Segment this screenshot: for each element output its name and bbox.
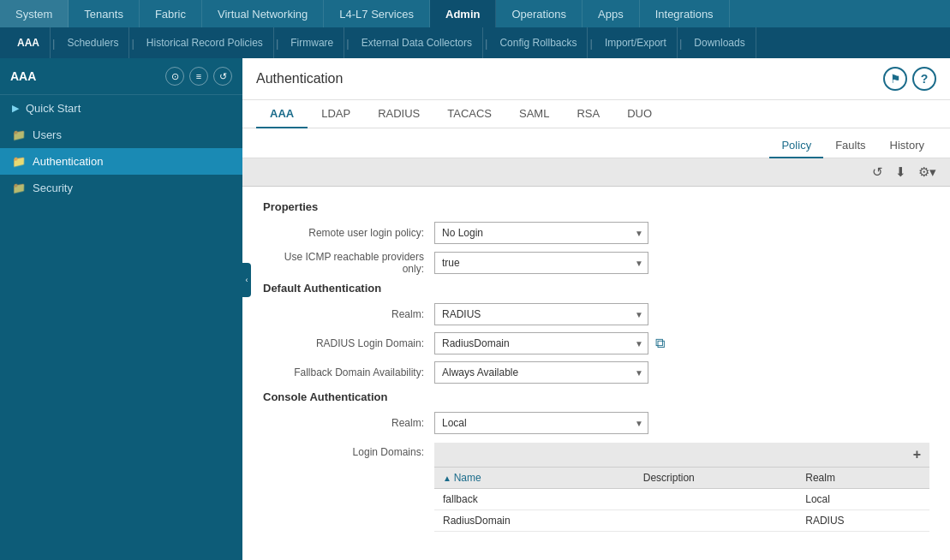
sidebar-item-security[interactable]: 📁 Security [0, 175, 242, 201]
quick-start-icon: ▶ [12, 103, 19, 114]
realm-control: RADIUS Local LDAP TACACS ▼ [434, 303, 648, 325]
copy-icon: ⧉ [655, 336, 665, 350]
properties-section: Properties Remote user login policy: No … [242, 187, 950, 552]
console-realm-row: Realm: Local RADIUS LDAP TACACS ▼ [263, 412, 929, 434]
table-row[interactable]: RadiusDomain RADIUS [434, 510, 929, 532]
sidebar-collapse-handle[interactable]: ‹ [242, 263, 251, 297]
sidebar-title: AAA [10, 69, 36, 83]
fallback-domain-control: Always Available Only When RADIUS Is Una… [434, 361, 648, 384]
radius-domain-select[interactable]: RadiusDomain [434, 332, 648, 354]
nav-system[interactable]: System [0, 0, 69, 27]
main-layout: AAA ⊙ ≡ ↺ ▶ Quick Start 📁 Users 📁 Authen… [0, 58, 950, 560]
nav-sep-4: | [344, 37, 350, 50]
tab-duo[interactable]: DUO [613, 100, 666, 128]
table-row[interactable]: fallback Local [434, 489, 929, 510]
realm-row: Realm: RADIUS Local LDAP TACACS ▼ [263, 303, 929, 325]
nav-l4-l7[interactable]: L4-L7 Services [324, 0, 430, 27]
content-toolbar: ↺ ⬇ ⚙▾ [242, 158, 950, 187]
subnav-downloads[interactable]: Downloads [684, 27, 756, 58]
console-realm-control: Local RADIUS LDAP TACACS ▼ [434, 412, 648, 434]
sidebar-item-users[interactable]: 📁 Users [0, 122, 242, 148]
nav-admin[interactable]: Admin [430, 0, 496, 27]
console-auth-title: Console Authentication [263, 390, 929, 403]
top-navigation: System Tenants Fabric Virtual Networking… [0, 0, 950, 27]
sidebar-header: AAA ⊙ ≡ ↺ [0, 58, 242, 95]
radius-domain-select-wrapper: RadiusDomain ▼ [434, 332, 648, 354]
login-domains-row: Login Domains: + ▲ [263, 443, 929, 532]
col-header-realm[interactable]: Realm [797, 468, 929, 489]
tab-aaa[interactable]: AAA [256, 100, 308, 128]
subnav-external-data[interactable]: External Data Collectors [351, 27, 483, 58]
remote-login-select[interactable]: No Login Assign Default Role No Access [434, 222, 648, 244]
fallback-domain-select[interactable]: Always Available Only When RADIUS Is Una… [434, 361, 648, 384]
add-icon: + [913, 447, 921, 462]
icmp-label: Use ICMP reachable providers only: [263, 251, 434, 275]
nav-operations[interactable]: Operations [496, 0, 583, 27]
sidebar-list-icon[interactable]: ≡ [189, 67, 208, 86]
nav-integrations[interactable]: Integrations [640, 0, 730, 27]
sidebar-time-icon[interactable]: ⊙ [165, 67, 184, 86]
login-domains-table: ▲ Name Description Realm [434, 468, 929, 532]
remote-login-row: Remote user login policy: No Login Assig… [263, 222, 929, 244]
col-header-description[interactable]: Description [635, 468, 798, 489]
realm-select[interactable]: RADIUS Local LDAP TACACS [434, 303, 648, 325]
console-realm-select[interactable]: Local RADIUS LDAP TACACS [434, 412, 648, 434]
nav-sep-6: | [588, 37, 594, 50]
tab-saml[interactable]: SAML [505, 100, 563, 128]
radius-domain-row: RADIUS Login Domain: RadiusDomain ▼ ⧉ [263, 332, 929, 354]
sidebar-item-label: Quick Start [26, 102, 81, 115]
auth-folder-icon: 📁 [12, 155, 26, 168]
radius-domain-copy-button[interactable]: ⧉ [652, 336, 668, 351]
subnav-config-rollbacks[interactable]: Config Rollbacks [489, 27, 588, 58]
nav-sep-1: | [51, 37, 57, 50]
console-realm-label: Realm: [263, 417, 434, 429]
login-domains-add-button[interactable]: + [910, 445, 924, 464]
help-icon: ? [921, 72, 929, 86]
login-domains-table-body: fallback Local RadiusDomain RADIUS [434, 489, 929, 532]
sidebar-item-label: Security [33, 182, 73, 194]
col-header-name[interactable]: ▲ Name [434, 468, 635, 489]
settings-button[interactable]: ⚙▾ [915, 163, 940, 182]
tab-tacacs[interactable]: TACACS [433, 100, 505, 128]
subtab-policy[interactable]: Policy [769, 134, 823, 158]
fallback-domain-label: Fallback Domain Availability: [263, 366, 434, 378]
bookmark-icon: ⚑ [890, 72, 901, 86]
refresh-icon: ↺ [872, 164, 883, 179]
users-folder-icon: 📁 [12, 128, 26, 141]
bookmark-button[interactable]: ⚑ [883, 67, 907, 91]
download-button[interactable]: ⬇ [892, 163, 910, 182]
subnav-historical[interactable]: Historical Record Policies [136, 27, 274, 58]
subtab-faults[interactable]: Faults [823, 134, 877, 158]
sidebar-refresh-icon[interactable]: ↺ [213, 67, 232, 86]
realm-label: Realm: [263, 308, 434, 320]
nav-fabric[interactable]: Fabric [140, 0, 202, 27]
remote-login-label: Remote user login policy: [263, 227, 434, 239]
nav-sep-3: | [274, 37, 280, 50]
security-folder-icon: 📁 [12, 182, 26, 194]
header-icon-group: ⚑ ? [883, 67, 936, 91]
fallback-domain-row: Fallback Domain Availability: Always Ava… [263, 361, 929, 384]
tab-rsa[interactable]: RSA [563, 100, 613, 128]
sidebar-item-quick-start[interactable]: ▶ Quick Start [0, 95, 242, 122]
subnav-import-export[interactable]: Import/Export [594, 27, 678, 58]
sidebar-item-authentication[interactable]: 📁 Authentication [0, 148, 242, 175]
refresh-button[interactable]: ↺ [869, 163, 887, 182]
subtab-history[interactable]: History [878, 134, 936, 158]
subnav-aaa[interactable]: AAA [7, 27, 51, 58]
login-domains-table-header: ▲ Name Description Realm [434, 468, 929, 489]
nav-apps[interactable]: Apps [583, 0, 640, 27]
tab-ldap[interactable]: LDAP [308, 100, 364, 128]
nav-virtual-networking[interactable]: Virtual Networking [202, 0, 324, 27]
login-domains-label: Login Domains: [263, 443, 434, 458]
remote-login-select-wrapper: No Login Assign Default Role No Access ▼ [434, 222, 648, 244]
download-icon: ⬇ [895, 164, 906, 179]
realm-select-wrapper: RADIUS Local LDAP TACACS ▼ [434, 303, 648, 325]
row-desc-fallback [635, 489, 798, 510]
icmp-select[interactable]: true false [434, 252, 648, 274]
subnav-firmware[interactable]: Firmware [280, 27, 344, 58]
tab-radius[interactable]: RADIUS [364, 100, 433, 128]
help-button[interactable]: ? [912, 67, 936, 91]
nav-tenants[interactable]: Tenants [69, 0, 140, 27]
properties-title: Properties [263, 200, 929, 213]
subnav-schedulers[interactable]: Schedulers [57, 27, 129, 58]
